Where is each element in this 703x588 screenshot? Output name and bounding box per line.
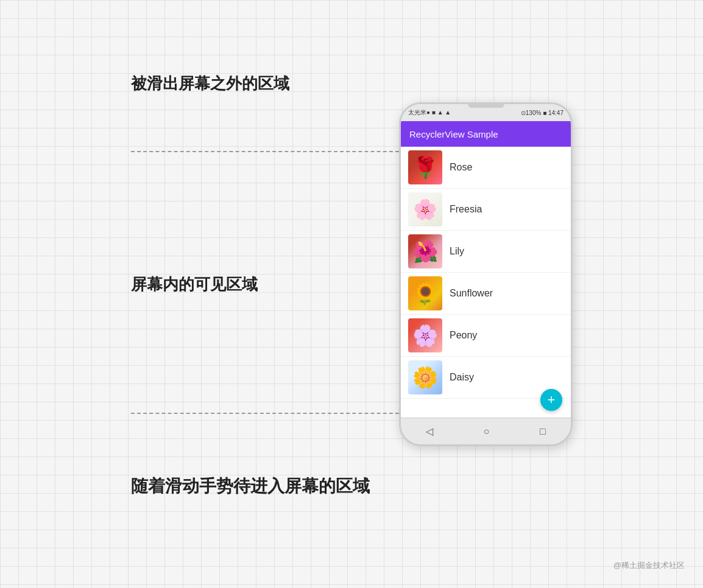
status-icons: 太光米● ■ ▲ ▲ [408, 108, 451, 117]
flower-image-lily [408, 234, 442, 268]
fab-button[interactable]: + [540, 389, 562, 411]
nav-back-button[interactable]: ◁ [426, 425, 433, 437]
dashed-line-bottom [131, 413, 405, 414]
nav-recent-button[interactable]: □ [540, 426, 546, 437]
phone-top-edge [468, 104, 504, 108]
list-item[interactable]: Rose [401, 147, 571, 189]
watermark: @稀土掘金技术社区 [613, 560, 685, 571]
flower-image-sunflower [408, 276, 442, 310]
app-bar: RecyclerView Sample [401, 121, 571, 147]
label-middle: 屏幕内的可见区域 [131, 274, 258, 295]
label-bottom: 随着滑动手势待进入屏幕的区域 [131, 475, 370, 498]
nav-home-button[interactable]: ○ [484, 426, 490, 437]
flower-image-peony [408, 318, 442, 352]
flower-name-peony: Peony [450, 330, 477, 341]
list-item[interactable]: Peony [401, 315, 571, 357]
flower-image-rose [408, 150, 442, 184]
status-left: 太光米● ■ ▲ ▲ [408, 108, 451, 117]
flower-name-sunflower: Sunflower [450, 288, 493, 299]
phone-nav-bar: ◁ ○ □ [401, 418, 571, 444]
status-right: ⊙130% ■ 14:47 [521, 110, 563, 116]
flower-name-freesia: Freesia [450, 204, 482, 215]
app-bar-title: RecyclerView Sample [409, 129, 498, 139]
list-item[interactable]: Lily [401, 231, 571, 273]
dashed-line-top [131, 151, 405, 152]
status-battery: ⊙130% ■ 14:47 [521, 110, 563, 116]
flower-list[interactable]: RoseFreesiaLilySunflowerPeonyDaisy [401, 147, 571, 418]
flower-image-freesia [408, 192, 442, 226]
list-item[interactable]: Freesia [401, 189, 571, 231]
flower-image-daisy [408, 360, 442, 394]
phone-frame: 太光米● ■ ▲ ▲ ⊙130% ■ 14:47 RecyclerView Sa… [399, 102, 573, 446]
flower-name-rose: Rose [450, 162, 472, 173]
list-item[interactable]: Sunflower [401, 273, 571, 315]
label-top: 被滑出屏幕之外的区域 [131, 73, 289, 94]
flower-name-lily: Lily [450, 246, 464, 257]
flower-name-daisy: Daisy [450, 372, 474, 383]
